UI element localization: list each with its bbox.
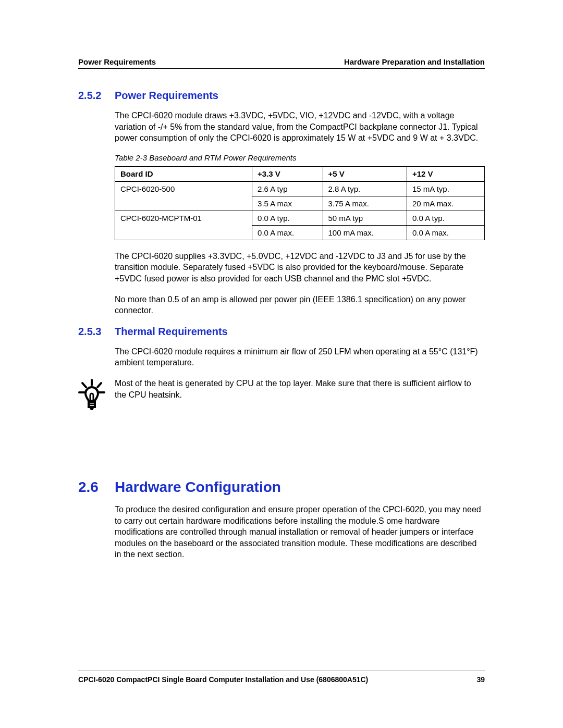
table-row: 3.5 A max 3.75 A max. 20 mA max.: [115, 196, 485, 211]
table-caption: Table 2-3 Baseboard and RTM Power Requir…: [115, 153, 485, 162]
spacer: [78, 436, 485, 473]
heading-number: 2.5.3: [78, 326, 115, 338]
cell-5v: 100 mA max.: [323, 225, 407, 240]
header-rule: [78, 68, 485, 69]
heading-number: 2.6: [78, 479, 115, 496]
svg-line-2: [97, 383, 101, 387]
lightbulb-icon-svg: [78, 379, 105, 415]
cell-12v: 0.0 A max.: [407, 225, 484, 240]
cell-3v3: 0.0 A max.: [252, 225, 323, 240]
lightbulb-icon: [78, 378, 115, 415]
heading-2-5-3: 2.5.3 Thermal Requirements: [78, 326, 485, 338]
cell-3v3: 2.6 A typ: [252, 181, 323, 196]
paragraph: The CPCI-6020 module draws +3.3VDC, +5VD…: [115, 110, 485, 144]
th-board-id: Board ID: [115, 166, 252, 181]
cell-12v: 20 mA max.: [407, 196, 484, 211]
tip-text: Most of the heat is generated by CPU at …: [115, 378, 485, 415]
footer-doc-title: CPCI-6020 CompactPCI Single Board Comput…: [78, 675, 368, 684]
footer-page-number: 39: [476, 675, 485, 684]
cell-board: CPCI-6020-500: [115, 181, 252, 196]
heading-number: 2.5.2: [78, 90, 115, 102]
heading-title: Thermal Requirements: [115, 326, 228, 338]
th-12v: +12 V: [407, 166, 484, 181]
cell-3v3: 0.0 A typ.: [252, 211, 323, 225]
cell-board: CPCI-6020-MCPTM-01: [115, 211, 252, 225]
footer-rule: [78, 671, 485, 671]
paragraph: To produce the desired configuration and…: [115, 504, 485, 560]
footer-row: CPCI-6020 CompactPCI Single Board Comput…: [78, 675, 485, 684]
cell-5v: 50 mA typ: [323, 211, 407, 225]
tip-block: Most of the heat is generated by CPU at …: [78, 378, 485, 415]
cell-3v3: 3.5 A max: [252, 196, 323, 211]
cell-12v: 15 mA typ.: [407, 181, 484, 196]
power-requirements-table: Board ID +3.3 V +5 V +12 V CPCI-6020-500…: [115, 166, 485, 240]
heading-2-5-2: 2.5.2 Power Requirements: [78, 90, 485, 102]
header-right: Hardware Preparation and Installation: [344, 57, 485, 66]
heading-title: Hardware Configuration: [115, 479, 281, 496]
heading-title: Power Requirements: [115, 90, 218, 102]
header-left: Power Requirements: [78, 57, 156, 66]
paragraph: No more than 0.5 of an amp is allowed pe…: [115, 294, 485, 316]
svg-line-1: [82, 383, 86, 387]
table-header-row: Board ID +3.3 V +5 V +12 V: [115, 166, 485, 181]
cell-5v: 2.8 A typ.: [323, 181, 407, 196]
running-header: Power Requirements Hardware Preparation …: [78, 57, 485, 66]
footer: CPCI-6020 CompactPCI Single Board Comput…: [78, 671, 485, 684]
page: Power Requirements Hardware Preparation …: [0, 0, 563, 728]
paragraph: The CPCI-6020 module requires a minimum …: [115, 346, 485, 368]
cell-board: [115, 196, 252, 211]
cell-5v: 3.75 A max.: [323, 196, 407, 211]
table-row: CPCI-6020-500 2.6 A typ 2.8 A typ. 15 mA…: [115, 181, 485, 196]
table-row: 0.0 A max. 100 mA max. 0.0 A max.: [115, 225, 485, 240]
th-5v: +5 V: [323, 166, 407, 181]
cell-board: [115, 225, 252, 240]
cell-12v: 0.0 A typ.: [407, 211, 484, 225]
table-row: CPCI-6020-MCPTM-01 0.0 A typ. 50 mA typ …: [115, 211, 485, 225]
heading-2-6: 2.6 Hardware Configuration: [78, 479, 485, 496]
th-3v3: +3.3 V: [252, 166, 323, 181]
paragraph: The CPCI-6020 supplies +3.3VDC, +5.0VDC,…: [115, 251, 485, 285]
